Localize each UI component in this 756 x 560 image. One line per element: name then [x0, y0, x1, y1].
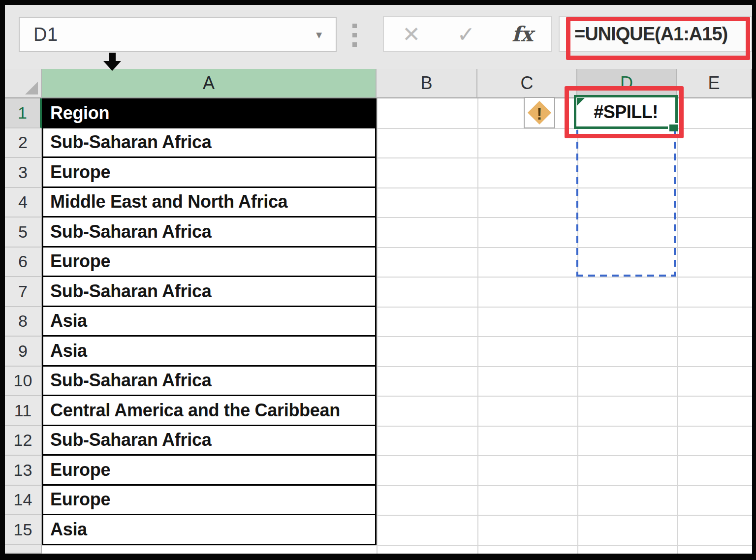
row-header-10[interactable]: 10 [5, 367, 42, 397]
cell-a10[interactable]: Sub-Saharan Africa [42, 367, 377, 397]
formula-bar-buttons: ✕ ✓ fx [383, 16, 552, 52]
cell-a1[interactable]: Region [42, 98, 377, 128]
cell-a8[interactable]: Asia [42, 307, 377, 337]
excel-window: D1 ▼ ✕ ✓ fx =UNIQUE(A1:A15) A B C D E 1R… [0, 0, 756, 560]
row-header-13[interactable]: 13 [5, 456, 42, 486]
row-header-12[interactable]: 12 [5, 426, 42, 456]
column-a-pointer-arrowhead-icon [103, 61, 121, 71]
spill-range-outline-left [576, 130, 578, 277]
cell-a14[interactable]: Europe [42, 486, 377, 516]
column-header-e[interactable]: E [677, 69, 752, 98]
row-header-15[interactable]: 15 [5, 515, 42, 545]
cell-a13[interactable]: Europe [42, 456, 377, 486]
error-options-button[interactable]: ! [524, 97, 555, 128]
cell-a7[interactable]: Sub-Saharan Africa [42, 277, 377, 307]
column-header-b[interactable]: B [377, 69, 477, 98]
row-header-14[interactable]: 14 [5, 486, 42, 516]
cell-a9[interactable]: Asia [42, 337, 377, 367]
cell-a4[interactable]: Middle East and North Africa [42, 188, 377, 218]
row-header-8[interactable]: 8 [5, 307, 42, 337]
row-header-6[interactable]: 6 [5, 248, 42, 278]
select-all-button[interactable] [5, 69, 42, 98]
formula-bar-separator-dots-icon [352, 24, 357, 47]
row-header-1[interactable]: 1 [5, 98, 42, 128]
select-all-triangle-icon [25, 82, 38, 94]
spill-range-outline-right [674, 130, 676, 277]
spill-range-outline-bottom [576, 275, 676, 277]
column-header-c[interactable]: C [477, 69, 577, 98]
cell-a6[interactable]: Europe [42, 248, 377, 278]
cell-a11[interactable]: Central America and the Caribbean [42, 396, 377, 426]
enter-button[interactable]: ✓ [457, 22, 475, 47]
row-header-3[interactable]: 3 [5, 158, 42, 188]
insert-function-fx-icon[interactable]: fx [512, 22, 533, 46]
warning-exclamation-icon: ! [525, 100, 554, 127]
cell-a12[interactable]: Sub-Saharan Africa [42, 426, 377, 456]
row-header-9[interactable]: 9 [5, 337, 42, 367]
row-header-16-partial[interactable] [5, 545, 42, 554]
name-box[interactable]: D1 ▼ [19, 17, 337, 52]
name-box-value: D1 [20, 24, 58, 45]
d1-annotation-box [565, 86, 684, 138]
column-header-a[interactable]: A [42, 69, 377, 98]
row-header-2[interactable]: 2 [5, 128, 42, 158]
row-header-5[interactable]: 5 [5, 218, 42, 248]
row-header-7[interactable]: 7 [5, 277, 42, 307]
cell-a15[interactable]: Asia [42, 515, 377, 545]
cell-a2[interactable]: Sub-Saharan Africa [42, 128, 377, 158]
cell-a5[interactable]: Sub-Saharan Africa [42, 218, 377, 248]
row-header-11[interactable]: 11 [5, 396, 42, 426]
cell-a3[interactable]: Europe [42, 158, 377, 188]
name-box-dropdown-icon[interactable]: ▼ [314, 30, 324, 41]
formula-annotation-box [566, 17, 750, 60]
row-header-4[interactable]: 4 [5, 188, 42, 218]
cancel-button[interactable]: ✕ [402, 22, 420, 47]
